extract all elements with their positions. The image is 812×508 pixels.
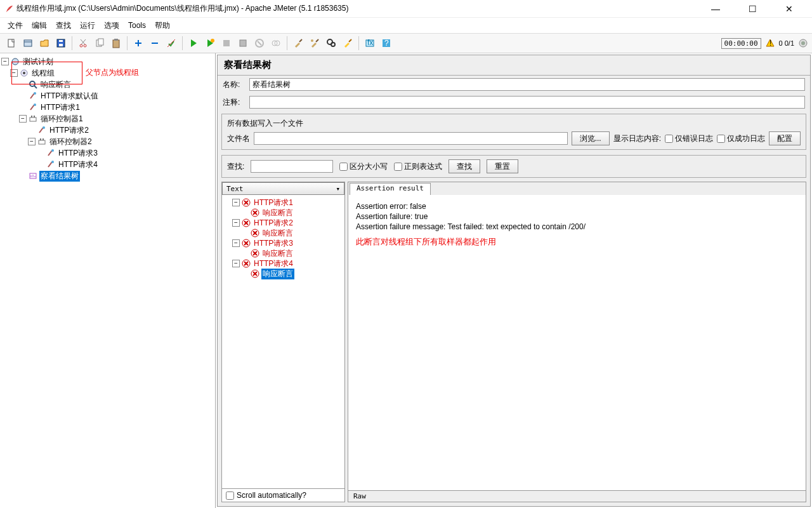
tree-http-request-1[interactable]: HTTP请求1 xyxy=(1,102,214,113)
templates-icon[interactable] xyxy=(20,36,36,51)
view-mode-combo[interactable]: Text xyxy=(222,182,344,195)
comment-input[interactable] xyxy=(249,96,805,109)
tree-http-request-4[interactable]: HTTP请求4 xyxy=(1,159,214,170)
titlebar: 线程组作用域.jmx (C:\Users\Admin\Documents\线程组… xyxy=(0,0,812,18)
svg-rect-47 xyxy=(31,116,32,117)
function-icon[interactable]: fx xyxy=(362,36,377,51)
cut-icon[interactable] xyxy=(75,36,91,51)
collapse-icon[interactable]: − xyxy=(232,260,240,267)
result-assertion[interactable]: 响应断言 xyxy=(223,248,343,258)
tree-http-request-3[interactable]: HTTP请求3 xyxy=(1,147,214,159)
svg-text:fx: fx xyxy=(367,38,373,47)
tree-view-results[interactable]: 察看结果树 xyxy=(1,170,214,182)
svg-text:!: ! xyxy=(769,39,771,48)
menu-search[interactable]: 查找 xyxy=(52,19,75,32)
svg-point-25 xyxy=(311,39,313,42)
maximize-button[interactable]: ☐ xyxy=(740,3,765,15)
filename-label: 文件名 xyxy=(227,133,250,144)
collapse-icon[interactable] xyxy=(147,36,162,51)
result-sample[interactable]: −HTTP请求3 xyxy=(223,238,343,248)
shutdown-icon[interactable] xyxy=(235,36,251,51)
regex-checkbox[interactable]: 正则表达式 xyxy=(394,161,442,172)
svg-point-36 xyxy=(801,41,805,45)
tree-loop-controller-1[interactable]: − 循环控制器1 xyxy=(1,113,214,124)
menu-tools[interactable]: Tools xyxy=(124,20,150,31)
start-icon[interactable] xyxy=(186,36,201,51)
auto-scroll-checkbox[interactable]: Scroll automatically? xyxy=(222,488,344,502)
menu-run[interactable]: 运行 xyxy=(76,19,99,32)
log-display-label: 显示日志内容: xyxy=(613,133,661,144)
close-button[interactable]: ✕ xyxy=(776,3,802,15)
file-fieldset: 所有数据写入一个文件 文件名 浏览... 显示日志内容: 仅错误日志 仅成功日志… xyxy=(221,114,806,150)
minimize-button[interactable]: ― xyxy=(703,3,728,15)
svg-rect-5 xyxy=(59,40,63,42)
result-sample[interactable]: −HTTP请求4 xyxy=(223,258,343,269)
menu-help[interactable]: 帮助 xyxy=(151,19,174,32)
filename-input[interactable] xyxy=(254,132,568,145)
timer-display: 00:00:00 xyxy=(721,38,761,49)
collapse-icon[interactable]: − xyxy=(28,138,36,145)
svg-line-24 xyxy=(316,39,318,42)
svg-rect-9 xyxy=(98,39,103,45)
tab-assertion-result[interactable]: Assertion result xyxy=(350,183,431,195)
svg-rect-52 xyxy=(40,138,41,140)
result-sample[interactable]: −HTTP请求2 xyxy=(223,218,343,228)
start-no-pause-icon[interactable] xyxy=(202,36,218,51)
svg-line-29 xyxy=(349,39,351,42)
broom1-icon[interactable] xyxy=(291,36,306,51)
broom2-icon[interactable] xyxy=(307,36,322,51)
save-icon[interactable] xyxy=(53,36,69,51)
result-sample[interactable]: −HTTP请求1 xyxy=(223,197,343,208)
browse-button[interactable]: 浏览... xyxy=(572,131,610,145)
only-success-checkbox[interactable]: 仅成功日志 xyxy=(717,133,765,144)
assertion-line: Assertion failure message: Test failed: … xyxy=(356,222,798,232)
open-icon[interactable] xyxy=(37,36,52,51)
menu-file[interactable]: 文件 xyxy=(4,19,27,32)
help-icon[interactable]: ? xyxy=(379,36,394,51)
stop-icon[interactable] xyxy=(219,36,234,51)
collapse-icon[interactable]: − xyxy=(19,115,27,123)
collapse-icon[interactable]: − xyxy=(1,58,9,65)
clear-all-icon[interactable] xyxy=(268,36,284,51)
case-sensitive-checkbox[interactable]: 区分大小写 xyxy=(339,161,388,172)
reset-search-icon[interactable] xyxy=(340,36,355,51)
new-icon[interactable] xyxy=(4,36,19,51)
expand-icon[interactable] xyxy=(131,36,146,51)
configure-button[interactable]: 配置 xyxy=(769,131,801,145)
error-icon xyxy=(250,248,260,258)
paste-icon[interactable] xyxy=(108,36,124,51)
search-icon[interactable] xyxy=(324,36,339,51)
tree-http-request-2[interactable]: HTTP请求2 xyxy=(1,124,214,136)
raw-tab[interactable]: Raw xyxy=(348,490,806,502)
assertion-line: Assertion failure: true xyxy=(356,211,798,222)
result-assertion[interactable]: 响应断言 xyxy=(223,208,343,218)
clear-icon[interactable] xyxy=(252,36,267,51)
tree-loop-controller-2[interactable]: − 循环控制器2 xyxy=(1,136,214,147)
find-button[interactable]: 查找 xyxy=(449,159,480,173)
copy-icon[interactable] xyxy=(92,36,107,51)
tree-http-defaults[interactable]: HTTP请求默认值 xyxy=(1,90,214,102)
collapse-icon[interactable]: − xyxy=(232,199,240,206)
result-assertion[interactable]: 响应断言 xyxy=(223,269,343,279)
test-plan-tree[interactable]: 父节点为线程组 − 测试计划 − 线程组 响应断言 HTTP请求默认 xyxy=(0,53,216,508)
search-input[interactable] xyxy=(251,160,333,173)
collapse-icon[interactable]: − xyxy=(232,239,240,247)
svg-rect-18 xyxy=(240,40,246,46)
reset-button[interactable]: 重置 xyxy=(487,159,518,173)
window-controls: ― ☐ ✕ xyxy=(703,3,802,15)
svg-rect-48 xyxy=(34,116,35,117)
error-icon xyxy=(241,218,251,228)
name-input[interactable] xyxy=(249,78,805,91)
results-tree[interactable]: −HTTP请求1响应断言−HTTP请求2响应断言−HTTP请求3响应断言−HTT… xyxy=(222,195,344,488)
menu-edit[interactable]: 编辑 xyxy=(28,19,51,32)
svg-rect-1 xyxy=(24,40,32,46)
menu-options[interactable]: 选项 xyxy=(100,19,123,32)
toggle-icon[interactable] xyxy=(164,36,179,51)
only-errors-checkbox[interactable]: 仅错误日志 xyxy=(665,133,713,144)
collapse-icon[interactable]: − xyxy=(232,219,240,227)
result-assertion[interactable]: 响应断言 xyxy=(223,228,343,238)
results-list-panel: Text −HTTP请求1响应断言−HTTP请求2响应断言−HTTP请求3响应断… xyxy=(221,182,345,502)
svg-rect-51 xyxy=(39,140,45,144)
svg-point-7 xyxy=(84,44,86,47)
assertion-content: Assertion error: false Assertion failure… xyxy=(348,195,806,490)
